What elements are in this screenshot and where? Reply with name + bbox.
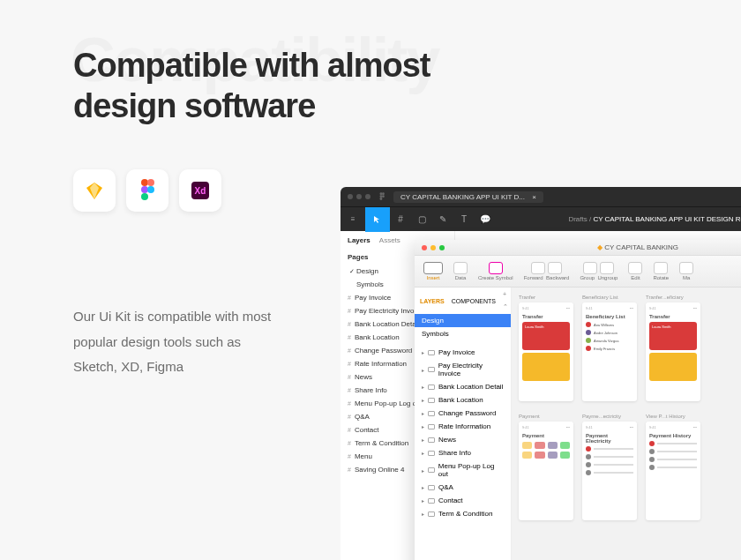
- layer-item[interactable]: ▸Bank Location: [415, 393, 511, 407]
- rotate-button[interactable]: Rotate: [653, 262, 669, 280]
- group-ungroup-buttons[interactable]: Group Ungroup: [580, 262, 618, 280]
- svg-point-4: [141, 186, 148, 193]
- layers-tab[interactable]: Layers: [348, 236, 370, 244]
- mask-button[interactable]: Ma: [679, 262, 693, 280]
- artboard[interactable]: Payme...ectricity9:41•••Payment Electric…: [582, 414, 637, 520]
- sketch-canvas[interactable]: Tranfer9:41•••TransferLaura SmithBenefic…: [512, 287, 741, 560]
- layer-item[interactable]: ▸Q&A: [415, 481, 511, 494]
- headline: Compatible with almost design software: [73, 46, 430, 126]
- layer-item[interactable]: ▸Term & Condition: [415, 507, 511, 520]
- figma-icon: [126, 169, 168, 212]
- shape-tool-icon[interactable]: ▢: [411, 207, 432, 232]
- design-tool-icons: Xd: [73, 169, 221, 212]
- edit-button[interactable]: Edit: [628, 262, 642, 280]
- layer-item[interactable]: ▸Rate Information: [415, 420, 511, 433]
- assets-tab[interactable]: Assets: [379, 236, 400, 244]
- layer-item[interactable]: ▸Bank Location Detail: [415, 380, 511, 393]
- page-item[interactable]: Symbols: [415, 327, 511, 340]
- artboard[interactable]: Tranfer...eficiary9:41•••TransferLaura S…: [646, 295, 700, 401]
- svg-point-2: [141, 179, 148, 186]
- figma-tab[interactable]: CY CAPITAL BANKING APP UI KIT D... ×: [393, 191, 543, 203]
- figma-breadcrumb: Drafts / CY CAPITAL BANKING APP UI KIT D…: [568, 215, 741, 223]
- artboard[interactable]: View P...t History9:41•••Payment History: [646, 414, 700, 520]
- artboard[interactable]: Beneficiary List9:41•••Beneficiary ListA…: [582, 295, 637, 401]
- layer-item[interactable]: ▸Pay Electricity Invoice: [415, 359, 511, 380]
- layer-item[interactable]: ▸Share Info: [415, 446, 511, 459]
- frame-tool-icon[interactable]: #: [390, 207, 411, 232]
- figma-toolbar: ≡ # ▢ ✎ T 💬 Drafts / CY CAPITAL BANKING …: [341, 206, 741, 231]
- forward-backward-buttons[interactable]: Forward Backward: [524, 262, 570, 280]
- xd-icon: Xd: [179, 169, 221, 212]
- svg-point-9: [380, 192, 383, 195]
- sketch-titlebar: ◆ CY CAPITAL BANKING: [415, 240, 741, 256]
- svg-point-13: [380, 198, 383, 200]
- sketch-toolbar: Insert Data Create Symbol Forward Backwa…: [415, 256, 741, 287]
- artboard[interactable]: Tranfer9:41•••TransferLaura Smith: [519, 295, 573, 401]
- layer-item[interactable]: ▸Menu Pop-up Log out: [415, 459, 511, 481]
- data-button[interactable]: Data: [453, 262, 468, 280]
- svg-point-12: [382, 195, 385, 198]
- insert-button[interactable]: Insert: [423, 262, 443, 280]
- design-apps-preview: CY CAPITAL BANKING APP UI KIT D... × ≡ #…: [341, 187, 741, 560]
- svg-point-10: [382, 192, 385, 195]
- headline-line1: Compatible with almost: [73, 47, 430, 84]
- artboard[interactable]: Payment9:41•••Payment: [519, 414, 573, 520]
- layers-tab[interactable]: LAYERS: [420, 298, 445, 304]
- add-page-icon[interactable]: + ⌃: [503, 291, 508, 310]
- body-paragraph: Our Ui Kit is compatible with most popul…: [73, 304, 276, 380]
- layer-item[interactable]: ▸Contact: [415, 494, 511, 507]
- traffic-lights: [422, 245, 445, 250]
- layer-item[interactable]: ▸Pay Invoice: [415, 346, 511, 359]
- figma-logo-icon: [378, 192, 386, 201]
- pen-tool-icon[interactable]: ✎: [432, 207, 453, 232]
- create-symbol-button[interactable]: Create Symbol: [478, 262, 513, 280]
- page-item[interactable]: Design: [415, 314, 511, 327]
- components-tab[interactable]: COMPONENTS: [452, 298, 496, 304]
- svg-point-6: [141, 193, 148, 200]
- svg-point-3: [147, 179, 154, 186]
- sketch-icon: [73, 169, 116, 212]
- sketch-window: ◆ CY CAPITAL BANKING Insert Data Create …: [415, 240, 741, 560]
- traffic-lights: [348, 194, 370, 199]
- svg-text:Xd: Xd: [195, 186, 206, 196]
- menu-icon[interactable]: ≡: [341, 207, 365, 232]
- move-tool[interactable]: [365, 207, 390, 232]
- sketch-window-title: ◆ CY CAPITAL BANKING: [445, 243, 741, 251]
- comment-tool-icon[interactable]: 💬: [475, 207, 496, 232]
- figma-titlebar: CY CAPITAL BANKING APP UI KIT D... ×: [341, 187, 741, 206]
- sketch-layers-panel: LAYERS COMPONENTS + ⌃ Design Symbols ▸Pa…: [415, 287, 512, 560]
- svg-point-11: [380, 195, 383, 198]
- headline-line2: design software: [73, 87, 315, 124]
- svg-point-5: [147, 186, 154, 193]
- text-tool-icon[interactable]: T: [453, 207, 475, 232]
- layer-item[interactable]: ▸News: [415, 433, 511, 446]
- layer-item[interactable]: ▸Change Password: [415, 407, 511, 420]
